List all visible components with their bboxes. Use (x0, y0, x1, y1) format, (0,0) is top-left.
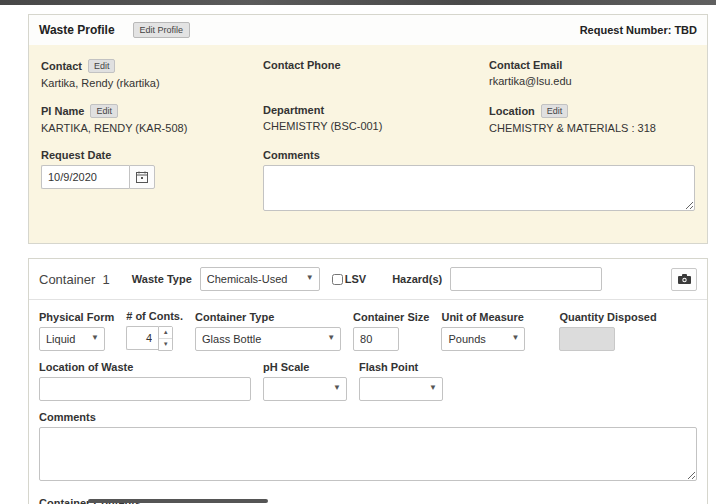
location-of-waste-label: Location of Waste (39, 361, 251, 373)
ph-scale-label: pH Scale (263, 361, 347, 373)
physical-form-select[interactable]: Liquid (39, 327, 105, 351)
request-number: Request Number: TBD (580, 24, 697, 36)
camera-icon[interactable] (671, 268, 697, 291)
physical-form-label: Physical Form (39, 311, 114, 323)
container-size-input[interactable] (353, 327, 399, 351)
num-of-conts-label: # of Conts. (126, 310, 183, 322)
edit-pi-name-button[interactable]: Edit (90, 104, 118, 118)
unit-of-measure-label: Unit of Measure (441, 311, 525, 323)
container-type-select[interactable]: Glass Bottle (195, 327, 341, 351)
waste-profile-panel: Waste Profile Edit Profile Request Numbe… (28, 14, 708, 244)
location-field: Location Edit CHEMISTRY & MATERIALS : 31… (489, 104, 695, 135)
contact-email-field: Contact Email rkartika@lsu.edu (489, 59, 695, 90)
profile-comments-label: Comments (263, 149, 320, 161)
contact-email-value: rkartika@lsu.edu (489, 75, 695, 88)
contact-value: Kartika, Rendy (rkartika) (41, 77, 263, 90)
quantity-stepper: ▲ ▼ (126, 326, 183, 351)
container-comments-textarea[interactable] (39, 427, 697, 481)
contact-phone-value (263, 75, 489, 88)
location-of-waste-input[interactable] (39, 377, 251, 401)
container-size-label: Container Size (353, 311, 429, 323)
calendar-icon[interactable] (129, 165, 155, 189)
request-date-label: Request Date (41, 149, 111, 161)
request-date-field: Request Date (41, 149, 263, 213)
department-label: Department (263, 104, 324, 116)
contact-field: Contact Edit Kartika, Rendy (rkartika) (41, 59, 263, 90)
contact-phone-field: Contact Phone (263, 59, 489, 90)
location-value: CHEMISTRY & MATERIALS : 318 (489, 122, 695, 135)
top-menu-bar (0, 0, 716, 5)
edit-contact-button[interactable]: Edit (88, 59, 116, 73)
waste-type-label: Waste Type (132, 273, 192, 285)
flash-point-label: Flash Point (359, 361, 443, 373)
department-field: Department CHEMISTRY (BSC-001) (263, 104, 489, 135)
container-form: Physical Form Liquid ▼ # of Conts. ▲ ▼ C… (29, 300, 707, 504)
quantity-disposed-input (559, 327, 615, 351)
edit-profile-button[interactable]: Edit Profile (133, 22, 191, 38)
quantity-disposed-label: Quantity Disposed (559, 311, 656, 323)
num-of-conts-input[interactable] (126, 326, 158, 350)
profile-body: Contact Edit Kartika, Rendy (rkartika) C… (29, 45, 707, 243)
stepper-up-icon[interactable]: ▲ (159, 327, 172, 339)
edit-location-button[interactable]: Edit (541, 104, 569, 118)
container-comments-label: Comments (39, 411, 697, 423)
contact-phone-label: Contact Phone (263, 59, 341, 71)
horizontal-scrollbar-thumb[interactable] (88, 499, 268, 503)
contact-label: Contact (41, 60, 82, 72)
profile-comments-field: Comments (263, 149, 695, 213)
unit-of-measure-select[interactable]: Pounds (441, 327, 525, 351)
ph-scale-select[interactable] (263, 377, 347, 401)
contact-email-label: Contact Email (489, 59, 562, 71)
pi-name-value: KARTIKA, RENDY (KAR-508) (41, 122, 263, 135)
hazards-label: Hazard(s) (392, 273, 442, 285)
container-number: 1 (103, 272, 110, 287)
container-header: Container 1 Waste Type Chemicals-Used ▼ … (29, 259, 707, 300)
waste-type-select[interactable]: Chemicals-Used (200, 267, 320, 291)
profile-comments-textarea[interactable] (263, 165, 695, 211)
location-label: Location (489, 105, 535, 117)
waste-profile-header: Waste Profile Edit Profile Request Numbe… (29, 15, 707, 45)
hazards-input[interactable] (450, 267, 602, 291)
container-panel: Container 1 Waste Type Chemicals-Used ▼ … (28, 258, 708, 504)
pi-name-field: PI Name Edit KARTIKA, RENDY (KAR-508) (41, 104, 263, 135)
lsv-label: LSV (345, 273, 366, 285)
stepper-down-icon[interactable]: ▼ (159, 339, 172, 350)
pi-name-label: PI Name (41, 105, 84, 117)
lsv-checkbox[interactable] (332, 274, 343, 285)
request-date-input[interactable] (41, 165, 129, 189)
page-title: Waste Profile (39, 23, 115, 37)
department-value: CHEMISTRY (BSC-001) (263, 120, 489, 133)
container-type-label: Container Type (195, 311, 341, 323)
flash-point-select[interactable] (359, 377, 443, 401)
container-title: Container (39, 272, 95, 287)
